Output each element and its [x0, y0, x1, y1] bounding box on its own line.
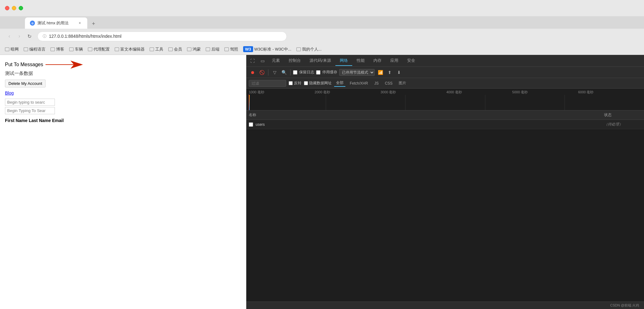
folder-icon: [206, 47, 210, 51]
bookmark-rich-text[interactable]: 富文本编辑器: [115, 47, 145, 52]
devtools-panel: ⛶ ▭ 元素 控制台 源代码/来源 网络 性能 内存 应用 安全 ⏺ 🚫 ▽ 🔍…: [246, 55, 644, 309]
browser-chrome: ⊕ 测试 htmx 的用法 × + ‹ › ↻ ⓘ 127.0.0.1:8848…: [0, 0, 644, 55]
active-tab[interactable]: ⊕ 测试 htmx 的用法 ×: [25, 17, 87, 29]
lock-icon: ⓘ: [43, 34, 46, 39]
tab-console[interactable]: 控制台: [284, 56, 305, 66]
bookmark-label: 编程语言: [29, 47, 46, 52]
bookmark-proxy[interactable]: 代理配置: [88, 47, 110, 52]
row-status: （待处理）: [604, 122, 642, 127]
col-header-name: 名称: [249, 112, 604, 118]
folder-icon: [224, 47, 229, 51]
tab-performance[interactable]: 性能: [352, 56, 369, 66]
invert-check[interactable]: [289, 81, 293, 85]
toolbar-separator-2: [290, 69, 291, 76]
timeline-col-1: [246, 95, 326, 110]
put-to-messages-text: Put To Messages: [5, 62, 43, 67]
maximize-button[interactable]: [19, 6, 23, 10]
refresh-button[interactable]: ↻: [25, 32, 34, 41]
delete-account-button[interactable]: Delete My Account: [5, 80, 46, 87]
throttle-select[interactable]: 已停用节流模式: [339, 69, 375, 76]
bookmark-backend[interactable]: 后端: [206, 47, 219, 52]
filter-img[interactable]: 图片: [397, 80, 408, 86]
bookmark-label: 博客: [56, 47, 64, 52]
row-name: users: [256, 122, 604, 127]
device-toolbar-icon[interactable]: ▭: [257, 56, 267, 66]
wifi-icon[interactable]: 📶: [377, 69, 384, 76]
w3-badge: W3: [243, 46, 253, 52]
bookmark-tools[interactable]: 工具: [150, 47, 163, 52]
bookmark-label: 富文本编辑器: [120, 47, 145, 52]
search-input-2[interactable]: [5, 107, 55, 114]
folder-icon: [50, 47, 55, 51]
tab-security[interactable]: 安全: [403, 56, 420, 66]
filter-css[interactable]: CSS: [383, 81, 395, 86]
tab-application[interactable]: 应用: [386, 56, 403, 66]
folder-icon: [88, 47, 92, 51]
search-icon[interactable]: 🔍: [280, 69, 288, 76]
tab-close-button[interactable]: ×: [77, 21, 82, 26]
bookmark-programming[interactable]: 编程语言: [24, 47, 46, 52]
toolbar-separator: [268, 69, 268, 76]
bookmark-label: 我的个人...: [302, 47, 322, 52]
forward-button[interactable]: ›: [15, 32, 24, 41]
main-layout: Put To Messages 测试一条数据 Delete My Account…: [0, 55, 644, 309]
invert-checkbox[interactable]: 反转: [289, 81, 301, 86]
upload-icon[interactable]: ⬆: [386, 69, 393, 76]
filter-fetch-xhr[interactable]: Fetch/XHR: [348, 81, 370, 86]
hide-data-urls-checkbox[interactable]: 隐藏数据网址: [304, 81, 332, 86]
bookmark-vehicle[interactable]: 车辆: [69, 47, 83, 52]
bookmark-personal[interactable]: 我的个人...: [296, 47, 322, 52]
preserve-log-checkbox[interactable]: [293, 70, 297, 75]
inspect-element-icon[interactable]: ⛶: [248, 56, 257, 66]
timeline-label-4000: 4000 毫秒: [446, 90, 512, 95]
table-header: First Name Last Name Email: [5, 118, 241, 123]
search-input-1[interactable]: [5, 99, 55, 106]
nav-buttons: ‹ › ↻: [5, 32, 34, 41]
devtools-tabs: ⛶ ▭ 元素 控制台 源代码/来源 网络 性能 内存 应用 安全: [246, 55, 644, 67]
preserve-log-label: 保留日志: [299, 70, 314, 75]
folder-icon: [5, 47, 9, 51]
network-table: 名称 状态 users （待处理）: [246, 110, 644, 302]
timeline-label-2000: 2000 毫秒: [315, 90, 380, 95]
record-button[interactable]: ⏺: [249, 69, 256, 76]
filter-js[interactable]: JS: [372, 81, 381, 86]
bookmark-blog[interactable]: 博客: [50, 47, 64, 52]
blog-link[interactable]: Blog: [5, 91, 241, 96]
folder-icon: [187, 47, 191, 51]
download-icon[interactable]: ⬇: [395, 69, 403, 76]
clear-button[interactable]: 🚫: [258, 69, 266, 76]
bookmark-license[interactable]: 驾照: [224, 47, 238, 52]
bookmark-anwang[interactable]: 暗网: [5, 47, 19, 52]
url-bar[interactable]: ⓘ 127.0.0.1:8848/htmls/htmx/index.html: [37, 32, 287, 41]
row-checkbox[interactable]: [249, 122, 253, 127]
timeline-col-3: [405, 95, 485, 110]
title-bar: [0, 0, 644, 16]
back-button[interactable]: ‹: [5, 32, 14, 41]
bookmark-w3c[interactable]: W3 W3C标准 - W3C中...: [243, 46, 291, 52]
svg-marker-0: [46, 61, 83, 69]
filter-all[interactable]: 全部: [334, 80, 345, 87]
timeline-col-5: [565, 95, 644, 110]
minimize-button[interactable]: [12, 6, 16, 10]
bookmark-label: 驾照: [230, 47, 238, 52]
timeline-col-4: [485, 95, 565, 110]
filter-icon[interactable]: ▽: [271, 69, 278, 76]
filter-input[interactable]: [249, 80, 286, 87]
tab-elements[interactable]: 元素: [267, 56, 284, 66]
close-button[interactable]: [5, 6, 9, 10]
tab-sources[interactable]: 源代码/来源: [305, 56, 335, 66]
tab-memory[interactable]: 内存: [369, 56, 386, 66]
folder-icon: [150, 47, 154, 51]
bookmarks-bar: 暗网 编程语言 博客 车辆 代理配置 富文本编辑器 工具 会员: [0, 44, 644, 55]
tab-network[interactable]: 网络: [335, 56, 352, 66]
hide-data-urls-check[interactable]: [304, 81, 308, 85]
bookmark-harmonyos[interactable]: 鸿蒙: [187, 47, 201, 52]
bottom-bar: CSDN @前端.火鸡: [246, 302, 644, 309]
bookmark-label: 鸿蒙: [193, 47, 201, 52]
bookmark-member[interactable]: 会员: [168, 47, 182, 52]
disable-cache-checkbox[interactable]: [316, 70, 320, 75]
network-row-users[interactable]: users （待处理）: [246, 120, 644, 129]
bottom-bar-text: CSDN @前端.火鸡: [610, 303, 639, 307]
timeline-grid: [246, 95, 644, 110]
new-tab-button[interactable]: +: [89, 19, 99, 29]
